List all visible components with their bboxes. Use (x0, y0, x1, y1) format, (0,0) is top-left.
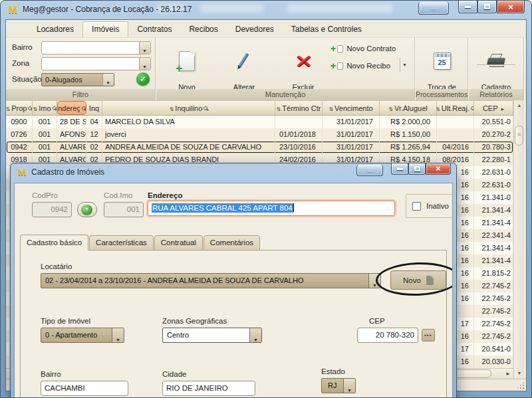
pen-icon (235, 52, 253, 70)
main-titlebar[interactable]: M Meg@gestor - Cobrança de Locação - 26.… (1, 1, 531, 19)
search-icon (28, 106, 32, 110)
apply-filter-button[interactable]: ✓ (136, 72, 150, 86)
locatario-combo[interactable]: 02 - 23/04/2014 a 23/10/2016 - ANDREA AL… (41, 273, 381, 288)
sort-icon (33, 104, 37, 112)
plus-icon: + (331, 45, 336, 52)
sort-icon (437, 104, 440, 112)
grid-cell: 001 (33, 128, 57, 141)
chevron-down-icon[interactable] (249, 328, 261, 342)
bairro-filter-combo[interactable] (41, 41, 151, 54)
tab-locadores[interactable]: Locadores (28, 22, 82, 37)
red-x-icon (295, 52, 312, 70)
grid-cell: 02 (86, 141, 102, 153)
column-header-vencimento[interactable]: Vencimento (323, 101, 380, 115)
tipo-imovel-combo[interactable]: 0 - Apartamento (41, 328, 124, 343)
cep-field[interactable]: 20 780-320 (357, 328, 418, 343)
table-row[interactable]: 0726001AFONSO12joverci01/01/201831/01/20… (6, 128, 513, 141)
sort-icon (388, 104, 393, 112)
column-header-t-rmino-ctr[interactable]: Término Ctr (275, 101, 323, 115)
grid-cell: R$ 1.265,94 (380, 141, 437, 153)
dialog-maximize-button[interactable] (408, 163, 426, 175)
novo-recibo-button[interactable]: + Novo Recibo (331, 62, 390, 70)
dialog-tab-contratual[interactable]: Contratual (154, 235, 203, 250)
endereco-label: Endereço (148, 191, 182, 199)
scroll-right-icon[interactable] (505, 369, 511, 379)
column-header-prop[interactable]: Prop (6, 101, 33, 115)
chevron-down-icon[interactable] (368, 274, 380, 288)
novo-contrato-button[interactable]: + Novo Contrato (331, 45, 396, 52)
app-logo-icon: M (17, 167, 27, 177)
dialog-tab-cadastro-b-sico[interactable]: Cadastro básico (20, 235, 88, 250)
group-caption-manutencao: Manutenção (156, 89, 414, 100)
grid-cell: 0726 (6, 128, 33, 141)
dialog-tab-caracter-sticas[interactable]: Características (89, 235, 154, 250)
locatario-label: Locatário (41, 262, 72, 270)
tab-im-veis[interactable]: Imóveis (82, 21, 128, 37)
vertical-scrollbar[interactable] (513, 100, 524, 379)
dialog-close-button[interactable]: × (426, 163, 451, 175)
ribbon-group-filtro: Bairro Zona Situação 0-Alugados ✓ Filtro (6, 38, 156, 100)
zona-filter-combo[interactable] (41, 57, 151, 70)
column-header-ult-reaj[interactable]: Ult.Reaj. (437, 101, 474, 115)
maximize-button[interactable] (477, 1, 497, 13)
grid-cell: 04 (86, 116, 102, 128)
divider (477, 64, 515, 65)
endereco-field[interactable]: RUA ALVARES CABRAL 425 APART 804 (148, 201, 395, 216)
column-header-ndere[interactable]: ndereç (57, 101, 86, 115)
column-header-imo[interactable]: Imo (33, 101, 57, 115)
main-window: M Meg@gestor - Cobrança de Locação - 26.… (0, 0, 532, 398)
scroll-down-icon[interactable] (514, 368, 525, 379)
grid-cell: 12 (86, 128, 102, 141)
grid-cell: 001 (33, 141, 57, 153)
chevron-down-icon[interactable] (343, 379, 355, 393)
chevron-down-icon[interactable] (102, 74, 114, 86)
scroll-up-icon[interactable] (514, 100, 525, 111)
inativo-checkbox[interactable] (412, 202, 421, 211)
plus-icon: + (331, 62, 336, 69)
grid-cell: 20.551-0 (474, 116, 513, 128)
chevron-down-icon[interactable] (112, 328, 124, 342)
dialog-minimize-button[interactable] (391, 163, 408, 175)
column-header-inquilino[interactable]: Inquilino (102, 101, 275, 115)
close-button[interactable]: × (497, 1, 525, 13)
tab-contratos[interactable]: Contratos (128, 22, 180, 37)
dialog-tab-coment-rios[interactable]: Comentários (203, 235, 260, 250)
grid-cell: R$ 1.150,00 (380, 128, 437, 141)
tab-recibos[interactable]: Recibos (180, 22, 226, 37)
text-caret (293, 203, 294, 212)
chevron-down-icon[interactable] (139, 58, 150, 70)
dialog-client-area: CodPro 0942 Cod.Imo 001 Endereço RUA ALV… (14, 183, 453, 398)
tab-tabelas-e-controles[interactable]: Tabelas e Controles (283, 22, 370, 37)
table-row[interactable]: 0942001ALVARES02ANDREA ALMEIDA DE SOUZA … (6, 141, 513, 153)
column-header-inq[interactable]: Inq (86, 101, 102, 115)
novo-locatario-button[interactable]: Novo (390, 270, 446, 290)
sort-icon (329, 104, 333, 112)
vertical-scroll-thumb[interactable] (515, 126, 523, 146)
codimo-field: 001 (104, 202, 144, 217)
grid-cell: 20.030-0 (474, 355, 513, 368)
column-header-vr-aluguel[interactable]: Vr.Aluguel (380, 101, 437, 115)
cidade-field[interactable]: RIO DE JANEIRO (162, 381, 255, 396)
cidade-label: Cidade (162, 370, 186, 378)
novo-recibo-dropdown[interactable] (400, 58, 408, 72)
tab-devedores[interactable]: Devedores (227, 22, 283, 37)
resize-toggle-button[interactable]: ⇔ (418, 2, 449, 15)
zonas-geograficas-combo[interactable]: Centro (162, 328, 262, 343)
bairro-field[interactable]: CACHAMBI (41, 381, 128, 396)
column-header-cep[interactable]: CEP (474, 101, 513, 115)
cep-lookup-button[interactable]: ▪▪▪ (422, 329, 435, 342)
dialog-resize-toggle-button[interactable]: ⇔ (356, 165, 383, 176)
table-row[interactable]: 090000128 DE SE04MARCELO DA SILVA31/01/2… (6, 116, 513, 128)
grid-cell: 22.745-2 (474, 292, 513, 305)
ribbon-group-processamentos: 25 Troca de Vencimento Processamentos (416, 38, 468, 100)
situacao-filter-combo[interactable]: 0-Alugados (41, 73, 114, 86)
minimize-button[interactable] (458, 1, 477, 13)
grid-cell: 22.631-0 (474, 179, 513, 191)
record-picker-button[interactable] (77, 202, 97, 217)
page-icon (337, 45, 343, 52)
group-caption-relatorios: Relatórios (469, 89, 523, 100)
resize-grip[interactable] (517, 382, 524, 389)
dialog-titlebar[interactable]: M Cadastro de Imóveis ⇔ × (11, 163, 456, 183)
chevron-down-icon[interactable] (139, 42, 150, 54)
estado-combo[interactable]: RJ (321, 378, 356, 393)
